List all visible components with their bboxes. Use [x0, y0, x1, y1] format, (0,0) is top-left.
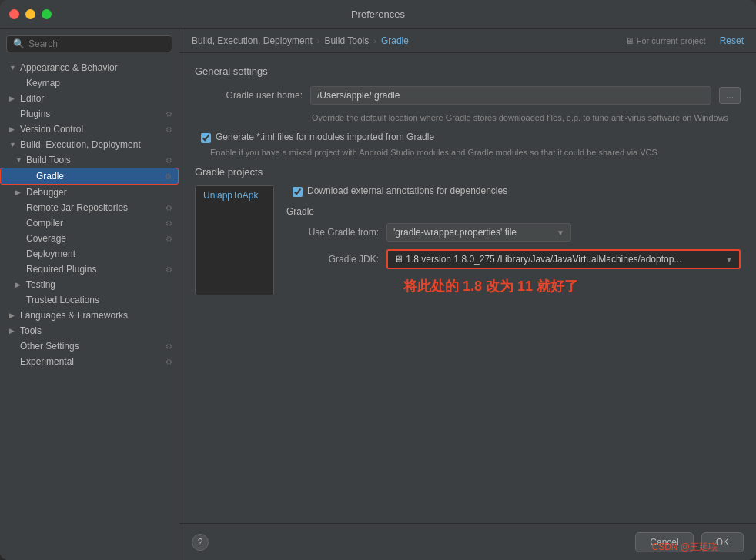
- generate-iml-row: Generate *.iml files for modules importe…: [201, 132, 741, 143]
- generate-iml-label: Generate *.iml files for modules importe…: [216, 132, 434, 142]
- sidebar-item-keymap[interactable]: Keymap: [0, 75, 179, 91]
- sidebar-item-label: Build Tools: [26, 155, 161, 165]
- arrow-icon: [9, 125, 17, 133]
- badge-icon: ⚙: [166, 342, 172, 351]
- project-label: For current project: [637, 36, 706, 45]
- sidebar-item-label: Version Control: [20, 124, 161, 135]
- sidebar-item-build-exec-deploy[interactable]: Build, Execution, Deployment: [0, 137, 179, 152]
- badge-icon: ⚙: [166, 219, 172, 228]
- gradle-projects-title: Gradle projects: [195, 166, 741, 178]
- gradle-jdk-label: Gradle JDK:: [286, 254, 379, 265]
- breadcrumb-part-1[interactable]: Build, Execution, Deployment: [192, 35, 313, 46]
- generate-iml-checkbox[interactable]: [201, 133, 211, 143]
- gradle-jdk-value: 🖥 1.8 version 1.8.0_275 /Library/Java/Ja…: [394, 254, 681, 265]
- gradle-user-home-input[interactable]: [310, 86, 711, 105]
- sidebar-item-label: Required Plugins: [26, 264, 161, 275]
- sidebar-item-trusted-locations[interactable]: Trusted Locations: [0, 292, 179, 308]
- use-gradle-from-label: Use Gradle from:: [286, 227, 379, 238]
- badge-icon: ⚙: [166, 110, 172, 118]
- sidebar-item-testing[interactable]: Testing: [0, 277, 179, 292]
- badge-icon: ⚙: [166, 265, 172, 274]
- badge-icon: ⚙: [166, 358, 172, 366]
- gradle-subtitle: Gradle: [286, 206, 741, 217]
- gradle-user-home-hint: Override the default location where Grad…: [312, 112, 741, 124]
- sidebar-item-label: Experimental: [20, 356, 161, 367]
- gradle-jdk-row: Gradle JDK: 🖥 1.8 version 1.8.0_275 /Lib…: [286, 249, 741, 269]
- sidebar-item-label: Plugins: [20, 108, 161, 119]
- breadcrumb-part-2[interactable]: Build Tools: [324, 35, 369, 46]
- arrow-icon: [9, 95, 17, 102]
- search-icon: 🔍: [13, 38, 25, 49]
- maximize-button[interactable]: [42, 9, 52, 19]
- sidebar-item-required-plugins[interactable]: Required Plugins ⚙: [0, 262, 179, 277]
- badge-icon: ⚙: [166, 156, 172, 165]
- minimize-button[interactable]: [25, 9, 35, 19]
- arrow-icon: [15, 156, 23, 164]
- badge-icon: ⚙: [166, 125, 172, 134]
- titlebar: Preferences: [0, 0, 756, 29]
- badge-icon: ⚙: [166, 204, 172, 212]
- sidebar: 🔍 Appearance & Behavior Keymap Editor: [0, 29, 179, 560]
- content-body: General settings Gradle user home: ... O…: [179, 53, 756, 523]
- sidebar-item-deployment[interactable]: Deployment: [0, 246, 179, 262]
- gradle-jdk-select[interactable]: 🖥 1.8 version 1.8.0_275 /Library/Java/Ja…: [386, 249, 741, 269]
- sidebar-item-remote-jar-repos[interactable]: Remote Jar Repositories ⚙: [0, 200, 179, 215]
- sidebar-item-label: Editor: [20, 93, 172, 104]
- sidebar-tree: Appearance & Behavior Keymap Editor Plug…: [0, 57, 179, 372]
- sidebar-item-debugger[interactable]: Debugger: [0, 185, 179, 200]
- main-content: 🔍 Appearance & Behavior Keymap Editor: [0, 29, 756, 560]
- download-annotations-row: Download external annotations for depend…: [293, 185, 741, 197]
- badge-icon: ⚙: [165, 172, 172, 181]
- sidebar-item-compiler[interactable]: Compiler ⚙: [0, 215, 179, 231]
- gradle-settings: Download external annotations for depend…: [286, 185, 741, 295]
- footer-left: ?: [192, 534, 209, 551]
- sidebar-item-version-control[interactable]: Version Control ⚙: [0, 122, 179, 137]
- project-list: UniappToApk: [195, 185, 274, 295]
- breadcrumb: Build, Execution, Deployment › Build Too…: [179, 29, 756, 53]
- download-annotations-label: Download external annotations for depend…: [307, 185, 507, 196]
- sidebar-item-label: Languages & Frameworks: [20, 310, 172, 321]
- sidebar-item-label: Deployment: [26, 248, 172, 259]
- sidebar-item-label: Build, Execution, Deployment: [20, 139, 172, 150]
- use-gradle-from-value: 'gradle-wrapper.properties' file: [393, 227, 517, 238]
- badge-icon: ⚙: [166, 235, 172, 243]
- sidebar-item-editor[interactable]: Editor: [0, 91, 179, 106]
- gradle-user-home-row: Gradle user home: ...: [195, 86, 741, 105]
- search-box[interactable]: 🔍: [6, 35, 172, 52]
- reset-button[interactable]: Reset: [720, 35, 744, 46]
- general-settings-title: General settings: [195, 65, 741, 77]
- close-button[interactable]: [9, 9, 19, 19]
- arrow-icon: [9, 312, 17, 319]
- download-annotations-checkbox[interactable]: [293, 187, 303, 197]
- search-input[interactable]: [28, 38, 166, 49]
- arrow-icon: [9, 141, 17, 148]
- sidebar-item-plugins[interactable]: Plugins ⚙: [0, 106, 179, 122]
- sidebar-item-label: Tools: [20, 325, 172, 336]
- watermark: CSDN @王延联: [651, 541, 718, 554]
- sidebar-item-appearance-behavior[interactable]: Appearance & Behavior: [0, 60, 179, 75]
- arrow-icon: [9, 327, 17, 335]
- use-gradle-from-select[interactable]: 'gradle-wrapper.properties' file ▼: [386, 223, 571, 242]
- sidebar-item-label: Gradle: [36, 171, 160, 182]
- window-title: Preferences: [351, 8, 405, 20]
- sidebar-item-coverage[interactable]: Coverage ⚙: [0, 231, 179, 246]
- generate-iml-hint: Enable if you have a mixed project with …: [210, 148, 741, 157]
- browse-button[interactable]: ...: [719, 87, 741, 104]
- arrow-icon: [15, 281, 23, 288]
- sidebar-item-languages-frameworks[interactable]: Languages & Frameworks: [0, 308, 179, 323]
- dropdown-arrow-icon: ▼: [557, 228, 564, 237]
- sidebar-item-label: Coverage: [26, 233, 161, 244]
- breadcrumb-project: 🖥 For current project: [625, 36, 706, 45]
- sidebar-item-other-settings[interactable]: Other Settings ⚙: [0, 338, 179, 354]
- sidebar-item-build-tools[interactable]: Build Tools ⚙: [0, 152, 179, 168]
- sidebar-item-experimental[interactable]: Experimental ⚙: [0, 354, 179, 369]
- gradle-user-home-label: Gradle user home:: [195, 90, 303, 101]
- sidebar-item-label: Remote Jar Repositories: [26, 202, 161, 213]
- help-button[interactable]: ?: [192, 534, 209, 551]
- sidebar-item-label: Other Settings: [20, 341, 161, 352]
- sidebar-item-gradle[interactable]: Gradle ⚙: [0, 168, 179, 185]
- annotation-text: 将此处的 1.8 改为 11 就好了: [403, 277, 741, 295]
- sidebar-item-tools[interactable]: Tools: [0, 323, 179, 338]
- content-panel: Build, Execution, Deployment › Build Too…: [179, 29, 756, 560]
- project-item[interactable]: UniappToApk: [196, 186, 273, 205]
